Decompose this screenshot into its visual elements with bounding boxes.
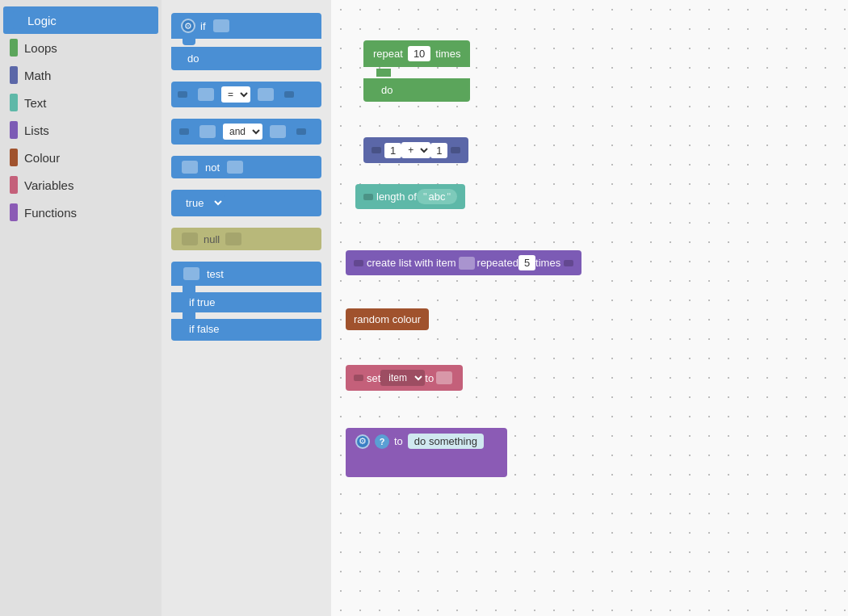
list-repeated-label: repeated xyxy=(477,257,518,269)
math-color xyxy=(10,66,18,84)
loop-indent xyxy=(376,69,391,77)
func-gear-icon: ⚙ xyxy=(355,434,370,449)
list-times-value[interactable]: 5 xyxy=(518,255,535,270)
ternary-line3: if false xyxy=(189,323,220,335)
null-label: null xyxy=(204,233,220,245)
ternary-iffalse: if false xyxy=(171,319,321,341)
and-block[interactable]: andor xyxy=(171,119,321,145)
operator-select[interactable]: =≠<> xyxy=(221,86,250,103)
repeat-block-top: repeat 10 times xyxy=(363,40,470,67)
repeat-block[interactable]: repeat 10 times do xyxy=(363,40,470,102)
repeat-do: do xyxy=(363,78,470,102)
sidebar-label-lists: Lists xyxy=(24,124,49,137)
true-select[interactable]: truefalse xyxy=(179,195,225,212)
block-panel: ⚙ if do =≠<> andor not truefalse xyxy=(162,0,331,616)
func-body xyxy=(346,455,507,477)
loops-color xyxy=(10,39,18,57)
list-item-slot xyxy=(459,257,475,270)
sidebar-item-loops[interactable]: Loops xyxy=(0,34,162,61)
and-left-slot xyxy=(199,125,216,138)
not-label: not xyxy=(205,161,220,174)
ternary-line1: test xyxy=(207,268,224,280)
sidebar: Logic Loops Math Text Lists Colour Varia… xyxy=(0,0,162,616)
repeat-label: repeat xyxy=(373,48,403,60)
ternary-indent2 xyxy=(183,312,195,319)
not-right-slot xyxy=(227,161,243,174)
var-value-slot xyxy=(436,371,452,384)
function-block[interactable]: ⚙ ? to do something xyxy=(346,428,507,477)
string-quote-open: " xyxy=(423,191,427,203)
if-keyword: if xyxy=(200,20,206,32)
math-val2[interactable]: 1 xyxy=(430,143,447,158)
sidebar-label-colour: Colour xyxy=(24,151,60,165)
var-name-select[interactable]: item xyxy=(380,370,425,386)
math-block[interactable]: 1 +-×÷ 1 xyxy=(363,137,468,163)
if-block-do: do xyxy=(171,47,321,70)
length-label: length of xyxy=(376,191,417,203)
lists-color xyxy=(10,121,18,139)
sidebar-label-text: Text xyxy=(24,96,47,110)
gear-icon: ⚙ xyxy=(181,19,195,33)
sidebar-item-lists[interactable]: Lists xyxy=(0,116,162,144)
string-quote-close: " xyxy=(447,191,451,203)
sidebar-label-logic: Logic xyxy=(27,14,57,27)
sidebar-item-variables[interactable]: Variables xyxy=(0,171,162,199)
equal-block[interactable]: =≠<> xyxy=(171,82,321,107)
sidebar-item-colour[interactable]: Colour xyxy=(0,144,162,171)
question-icon: ? xyxy=(375,434,389,449)
colour-label: random colour xyxy=(354,313,421,325)
colour-block[interactable]: random colour xyxy=(346,308,429,330)
list-block[interactable]: create list with item repeated 5 times xyxy=(346,250,581,275)
list-times-label: times xyxy=(535,257,560,269)
sidebar-item-logic[interactable]: Logic xyxy=(3,6,158,34)
null-right-slot xyxy=(225,233,241,245)
and-right-slot xyxy=(270,125,286,138)
sidebar-item-text[interactable]: Text xyxy=(0,89,162,116)
math-op-select[interactable]: +-×÷ xyxy=(401,142,430,158)
string-value[interactable]: abc xyxy=(429,191,446,203)
sidebar-label-functions: Functions xyxy=(24,206,77,220)
sidebar-label-variables: Variables xyxy=(24,178,73,192)
eq-right-slot xyxy=(258,88,274,101)
func-top: ⚙ ? to do something xyxy=(346,428,507,455)
if-indent xyxy=(183,39,195,45)
repeat-value[interactable]: 10 xyxy=(408,46,430,61)
canvas: repeat 10 times do 1 +-×÷ 1 length of " … xyxy=(331,0,848,616)
func-to-label: to xyxy=(394,435,403,447)
if-block-top: ⚙ if xyxy=(171,13,321,39)
if-block[interactable]: ⚙ if do xyxy=(171,13,321,70)
ternary-block[interactable]: test if true if false xyxy=(171,262,321,341)
ternary-iftrue: if true xyxy=(171,292,321,312)
if-slot xyxy=(213,19,229,32)
variables-color xyxy=(10,176,18,194)
set-label: set xyxy=(367,372,380,384)
logic-color xyxy=(13,11,21,29)
sidebar-label-loops: Loops xyxy=(24,41,57,55)
and-select[interactable]: andor xyxy=(223,124,262,140)
to-label: to xyxy=(425,372,434,384)
math-val1[interactable]: 1 xyxy=(384,143,401,158)
functions-color xyxy=(10,203,18,221)
eq-left-slot xyxy=(198,88,214,101)
null-block[interactable]: null xyxy=(171,228,321,250)
string-abc: " abc " xyxy=(417,189,457,204)
repeat-times-label: times xyxy=(435,48,460,60)
null-left-slot xyxy=(182,233,198,245)
not-left-slot xyxy=(182,161,198,174)
sidebar-item-functions[interactable]: Functions xyxy=(0,199,162,226)
sidebar-item-math[interactable]: Math xyxy=(0,61,162,89)
not-block[interactable]: not xyxy=(171,156,321,178)
colour-color xyxy=(10,149,18,166)
ternary-top: test xyxy=(171,262,321,286)
test-slot xyxy=(183,267,199,280)
list-label: create list with item xyxy=(367,257,456,269)
sidebar-label-math: Math xyxy=(24,69,51,82)
func-do-something[interactable]: do something xyxy=(408,434,484,449)
length-block[interactable]: length of " abc " xyxy=(355,184,465,209)
var-block[interactable]: set item to xyxy=(346,365,463,391)
ternary-indent1 xyxy=(183,286,195,292)
do-label: do xyxy=(187,52,199,65)
true-block[interactable]: truefalse xyxy=(171,190,321,216)
text-color xyxy=(10,94,18,111)
do-label2: do xyxy=(381,84,393,96)
